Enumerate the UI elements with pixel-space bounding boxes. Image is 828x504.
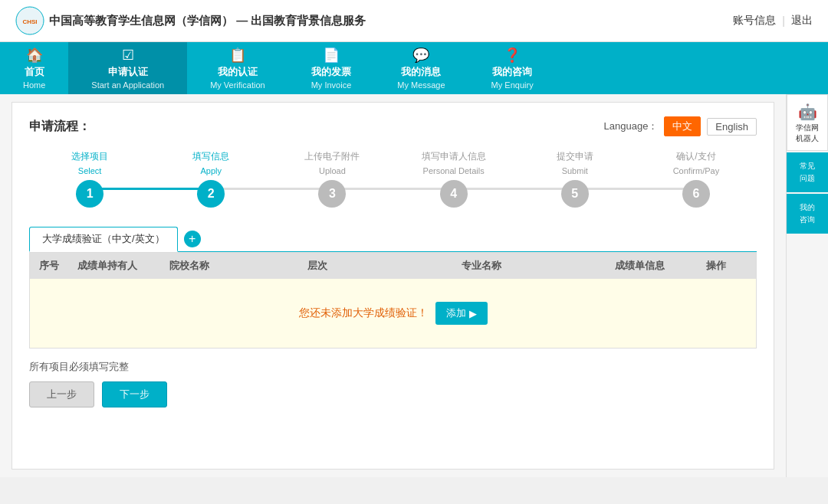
prev-button[interactable]: 上一步 bbox=[29, 381, 94, 407]
empty-message: 您还未添加大学成绩验证！ bbox=[299, 306, 428, 320]
step-2-en: Apply bbox=[200, 166, 222, 175]
nav-cn-enquiry: 我的咨询 bbox=[492, 65, 532, 79]
col-info: 成绩单信息 bbox=[593, 259, 685, 273]
nav-item-home[interactable]: 🏠 首页 Home bbox=[0, 42, 68, 94]
logo-icon: CHSI bbox=[15, 6, 44, 35]
nav-cn-apply: 申请认证 bbox=[108, 65, 148, 79]
step-3-en: Upload bbox=[319, 166, 346, 175]
site-title: 中国高等教育学生信息网（学信网） — 出国教育背景信息服务 bbox=[49, 14, 366, 28]
nav-item-verification[interactable]: 📋 我的认证 My Verification bbox=[187, 42, 288, 94]
nav-cn-verification: 我的认证 bbox=[218, 65, 258, 79]
steps-area: 选择项目 Select 1 填写信息 Apply 2 上传电子附件 bbox=[29, 150, 757, 208]
step-1-cn: 选择项目 bbox=[71, 150, 108, 163]
message-icon: 💬 bbox=[412, 47, 429, 64]
language-selector: Language： 中文 English bbox=[604, 116, 757, 136]
step-1-circle: 1 bbox=[76, 180, 104, 208]
step-4: 填写申请人信息 Personal Details 4 bbox=[393, 150, 514, 208]
invoice-icon: 📄 bbox=[323, 47, 340, 64]
nav-cn-message: 我的消息 bbox=[401, 65, 441, 79]
lang-cn-button[interactable]: 中文 bbox=[664, 116, 701, 136]
step-3-cn: 上传电子附件 bbox=[304, 150, 360, 163]
step-6-circle: 6 bbox=[682, 180, 710, 208]
next-button[interactable]: 下一步 bbox=[102, 381, 167, 407]
col-action: 操作 bbox=[685, 259, 747, 273]
step-5-en: Submit bbox=[562, 166, 588, 175]
table-header: 序号 成绩单持有人 院校名称 层次 专业名称 成绩单信息 操作 bbox=[30, 253, 756, 279]
col-school: 院校名称 bbox=[169, 259, 307, 273]
step-1: 选择项目 Select 1 bbox=[29, 150, 150, 208]
step-3: 上传电子附件 Upload 3 bbox=[271, 150, 393, 208]
col-level: 层次 bbox=[307, 259, 369, 273]
faq-button[interactable]: 常见 问题 bbox=[787, 152, 828, 192]
col-num: 序号 bbox=[39, 259, 77, 273]
step-4-circle: 4 bbox=[440, 180, 468, 208]
step-4-cn: 填写申请人信息 bbox=[422, 150, 486, 163]
nav-cn-home: 首页 bbox=[25, 65, 44, 79]
main-content: 申请流程： Language： 中文 English 选择项目 Select bbox=[0, 94, 786, 477]
nav-en-verification: My Verification bbox=[210, 80, 265, 90]
table-container: 序号 成绩单持有人 院校名称 层次 专业名称 成绩单信息 操作 您还未添加大学成… bbox=[29, 252, 757, 349]
add-arrow-icon: ▶ bbox=[469, 308, 477, 319]
tab-transcript[interactable]: 大学成绩验证（中文/英文） bbox=[29, 227, 178, 252]
nav-en-enquiry: My Enquiry bbox=[491, 80, 534, 90]
nav-en-home: Home bbox=[23, 80, 45, 90]
nav-item-message[interactable]: 💬 我的消息 My Message bbox=[374, 42, 468, 94]
tab-area: 大学成绩验证（中文/英文） + bbox=[29, 227, 757, 252]
lang-en-button[interactable]: English bbox=[707, 118, 757, 136]
nav-bar: 🏠 首页 Home ☑ 申请认证 Start an Application 📋 … bbox=[0, 42, 828, 94]
table-body-empty: 您还未添加大学成绩验证！ 添加 ▶ bbox=[30, 279, 756, 348]
step-6-en: Confirm/Pay bbox=[673, 166, 720, 175]
process-header: 申请流程： Language： 中文 English bbox=[29, 116, 757, 136]
col-holder: 成绩单持有人 bbox=[77, 259, 169, 273]
step-6: 确认/支付 Confirm/Pay 6 bbox=[636, 150, 757, 208]
step-6-cn: 确认/支付 bbox=[676, 150, 715, 163]
add-tab-button[interactable]: + bbox=[184, 231, 201, 247]
enquiry-icon: ❓ bbox=[504, 47, 521, 64]
verification-icon: 📋 bbox=[229, 47, 246, 64]
step-5-circle: 5 bbox=[561, 180, 589, 208]
separator: | bbox=[782, 15, 785, 27]
my-enquiry-button[interactable]: 我的 咨询 bbox=[787, 194, 828, 234]
robot-button[interactable]: 🤖 学信网 机器人 bbox=[787, 94, 828, 151]
footer-note: 所有项目必须填写完整 bbox=[29, 360, 757, 374]
process-title: 申请流程： bbox=[29, 119, 90, 135]
step-1-en: Select bbox=[78, 166, 102, 175]
chsi-logo: CHSI 中国高等教育学生信息网（学信网） — 出国教育背景信息服务 bbox=[15, 6, 366, 35]
header-left: CHSI 中国高等教育学生信息网（学信网） — 出国教育背景信息服务 bbox=[15, 6, 366, 35]
header: CHSI 中国高等教育学生信息网（学信网） — 出国教育背景信息服务 账号信息 … bbox=[0, 0, 828, 42]
add-record-button[interactable]: 添加 ▶ bbox=[435, 302, 488, 325]
header-right: 账号信息 | 退出 bbox=[733, 14, 813, 28]
account-link[interactable]: 账号信息 bbox=[733, 14, 776, 28]
nav-item-apply[interactable]: ☑ 申请认证 Start an Application bbox=[68, 42, 187, 94]
step-4-en: Personal Details bbox=[423, 166, 485, 175]
step-5: 提交申请 Submit 5 bbox=[514, 150, 636, 208]
step-2: 填写信息 Apply 2 bbox=[150, 150, 271, 208]
nav-en-apply: Start an Application bbox=[91, 80, 164, 90]
apply-icon: ☑ bbox=[122, 47, 134, 64]
step-2-circle: 2 bbox=[197, 180, 225, 208]
nav-en-message: My Message bbox=[397, 80, 445, 90]
nav-item-enquiry[interactable]: ❓ 我的咨询 My Enquiry bbox=[468, 42, 557, 94]
footer-buttons: 上一步 下一步 bbox=[29, 381, 757, 407]
step-2-cn: 填写信息 bbox=[192, 150, 229, 163]
step-3-circle: 3 bbox=[318, 180, 346, 208]
language-label: Language： bbox=[604, 119, 659, 133]
nav-en-invoice: My Invoice bbox=[311, 80, 352, 90]
logout-link[interactable]: 退出 bbox=[791, 14, 813, 28]
nav-item-invoice[interactable]: 📄 我的发票 My Invoice bbox=[288, 42, 375, 94]
step-5-cn: 提交申请 bbox=[557, 150, 593, 163]
home-icon: 🏠 bbox=[26, 47, 43, 64]
robot-icon: 🤖 bbox=[790, 101, 824, 123]
sidebar-right: 🤖 学信网 机器人 常见 问题 我的 咨询 bbox=[786, 94, 828, 477]
col-major: 专业名称 bbox=[369, 259, 593, 273]
nav-cn-invoice: 我的发票 bbox=[311, 65, 351, 79]
svg-text:CHSI: CHSI bbox=[22, 18, 37, 25]
